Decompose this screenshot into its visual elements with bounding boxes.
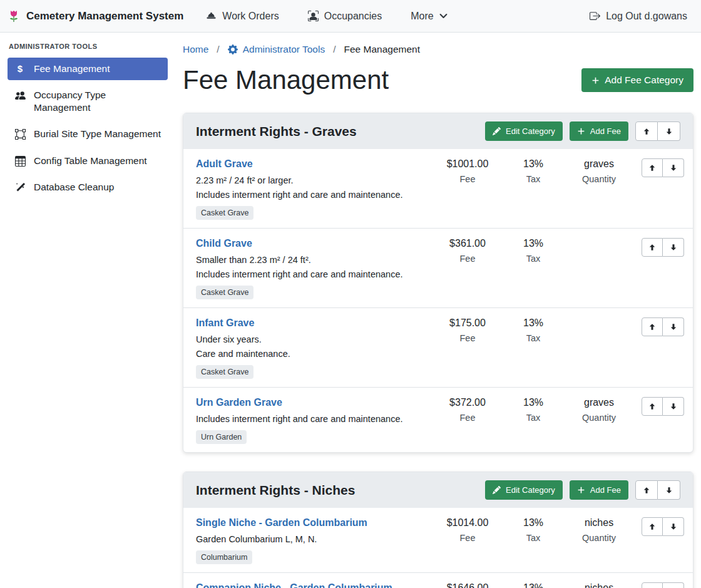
fee-amount: $361.00	[432, 238, 503, 250]
fee-descriptions: Includes interment right and care and ma…	[196, 414, 427, 424]
fee-amount-label: Fee	[432, 413, 503, 423]
tax-label: Tax	[503, 413, 564, 423]
quantity-value	[564, 238, 634, 250]
edit-category-button[interactable]: Edit Category	[485, 480, 563, 500]
chevron-down-icon	[439, 12, 448, 20]
move-category-up-button[interactable]	[635, 480, 658, 500]
logout-link[interactable]: Log Out d.gowans	[590, 11, 687, 22]
table-icon	[14, 156, 26, 167]
breadcrumb-current: Fee Management	[344, 44, 421, 55]
add-fee-button[interactable]: Add Fee	[570, 121, 628, 141]
fee-name-link[interactable]: Urn Garden Grave	[196, 397, 282, 408]
sidebar-item-label: Burial Site Type Management	[34, 128, 161, 140]
tax-value: 13%	[503, 517, 564, 529]
add-fee-label: Add Fee	[590, 126, 621, 136]
fee-row: Single Niche - Garden Columbarium Garden…	[183, 508, 693, 572]
quantity-label: Quantity	[564, 533, 634, 544]
person-bounding-box-icon	[308, 11, 319, 21]
nav-work-orders[interactable]: Work Orders	[206, 11, 279, 22]
fee-amount: $1001.00	[432, 158, 503, 170]
move-category-down-button[interactable]	[658, 121, 680, 141]
fee-reorder-controls	[634, 397, 684, 416]
arrow-up-icon	[648, 403, 656, 410]
arrow-up-icon	[648, 323, 656, 331]
move-fee-down-button[interactable]	[663, 238, 684, 257]
quantity-value	[564, 317, 634, 329]
fee-amount-column: $1001.00 Fee	[432, 158, 503, 185]
sidebar: ADMINISTRATOR TOOLS $Fee ManagementOccup…	[0, 33, 175, 588]
nav-more[interactable]: More	[411, 11, 447, 22]
pencil-icon	[493, 486, 501, 494]
edit-category-label: Edit Category	[506, 126, 555, 136]
move-fee-down-button[interactable]	[663, 317, 684, 336]
move-fee-down-button[interactable]	[663, 397, 684, 416]
fee-name-link[interactable]: Companion Niche - Garden Columbarium	[196, 582, 392, 588]
move-fee-down-button[interactable]	[663, 158, 684, 177]
nav-occupancies[interactable]: Occupancies	[308, 11, 382, 22]
arrow-down-icon	[670, 164, 677, 172]
fee-row: Infant Grave Under six years.Care and ma…	[183, 307, 693, 387]
tax-label: Tax	[503, 333, 564, 344]
arrow-down-icon	[665, 128, 673, 135]
arrow-down-icon	[670, 523, 677, 530]
add-fee-button[interactable]: Add Fee	[570, 480, 628, 500]
fee-reorder-controls	[634, 317, 684, 336]
quantity-column	[564, 238, 634, 264]
fee-row: Companion Niche - Garden Columbarium Gar…	[183, 572, 693, 588]
fee-info: Companion Niche - Garden Columbarium Gar…	[196, 582, 432, 588]
add-fee-category-button[interactable]: Add Fee Category	[581, 68, 693, 92]
edit-category-button[interactable]: Edit Category	[485, 121, 563, 141]
arrow-down-icon	[670, 403, 677, 410]
fee-description: Smaller than 2.23 m² / 24 ft².	[196, 255, 427, 265]
plus-icon	[577, 486, 585, 494]
category-reorder-controls	[635, 121, 680, 141]
move-fee-down-button[interactable]	[663, 517, 684, 536]
fee-reorder-controls	[634, 517, 684, 536]
fee-info: Adult Grave 2.23 m² / 24 ft² or larger.I…	[196, 158, 432, 220]
move-fee-up-button[interactable]	[642, 158, 663, 177]
move-fee-up-button[interactable]	[642, 582, 663, 588]
fee-type-badge: Casket Grave	[196, 206, 253, 220]
breadcrumb-admin-tools[interactable]: Administrator Tools	[228, 44, 325, 55]
move-fee-up-button[interactable]	[642, 397, 663, 416]
fee-amount: $175.00	[432, 317, 503, 329]
fee-name-link[interactable]: Adult Grave	[196, 158, 253, 170]
move-fee-up-button[interactable]	[642, 317, 663, 336]
quantity-column	[564, 317, 634, 344]
tax-value: 13%	[503, 317, 564, 329]
sidebar-item-burial-site-type-management[interactable]: Burial Site Type Management	[8, 123, 168, 145]
sidebar-item-occupancy-type-management[interactable]: Occupancy Type Management	[8, 84, 168, 119]
fee-name-link[interactable]: Single Niche - Garden Columbarium	[196, 517, 367, 529]
sidebar-item-label: Database Cleanup	[34, 181, 114, 193]
move-category-down-button[interactable]	[658, 480, 680, 500]
quantity-value: graves	[564, 397, 634, 409]
fee-description: Includes interment right and care and ma…	[196, 414, 427, 424]
move-category-up-button[interactable]	[635, 121, 658, 141]
fee-row: Child Grave Smaller than 2.23 m² / 24 ft…	[183, 228, 693, 307]
app-title: Cemetery Management System	[26, 10, 183, 23]
tax-label: Tax	[503, 174, 564, 185]
fee-amount-label: Fee	[432, 174, 503, 185]
sidebar-item-config-table-management[interactable]: Config Table Management	[8, 150, 168, 172]
fee-amount-label: Fee	[432, 333, 503, 344]
sidebar-item-fee-management[interactable]: $Fee Management	[8, 58, 168, 80]
move-fee-down-button[interactable]	[663, 582, 684, 588]
arrow-down-icon	[670, 323, 677, 331]
arrow-up-icon	[648, 164, 656, 172]
sidebar-item-database-cleanup[interactable]: Database Cleanup	[8, 176, 168, 199]
move-fee-up-button[interactable]	[642, 238, 663, 257]
plus-icon	[577, 127, 585, 135]
fee-category-card: Interment Rights - Niches Edit Category …	[183, 472, 693, 588]
logout-icon	[590, 11, 600, 21]
move-fee-up-button[interactable]	[642, 517, 663, 536]
category-reorder-controls	[635, 480, 680, 500]
breadcrumb-home[interactable]: Home	[183, 44, 208, 55]
main-content: Home / Administrator Tools / Fee Managem…	[175, 33, 701, 588]
fee-name-link[interactable]: Child Grave	[196, 238, 252, 249]
sidebar-title: ADMINISTRATOR TOOLS	[9, 43, 168, 50]
page-title: Fee Management	[183, 65, 389, 95]
breadcrumb-separator: /	[333, 44, 335, 55]
category-title: Interment Rights - Graves	[196, 124, 357, 139]
tax-column: 13% Tax	[503, 397, 564, 423]
fee-name-link[interactable]: Infant Grave	[196, 317, 254, 329]
